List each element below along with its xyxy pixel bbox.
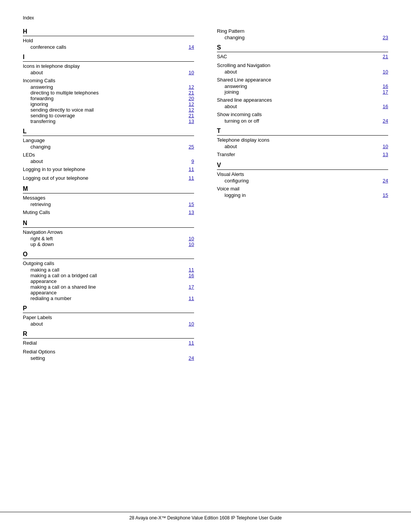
- entry-label: transferring: [23, 118, 56, 124]
- page-number[interactable]: 11: [186, 340, 194, 346]
- entry-row: about16: [217, 104, 388, 109]
- entry-row: directing to multiple telephones21: [23, 90, 194, 96]
- entry-row: making a call11: [23, 267, 194, 273]
- page-number[interactable]: 25: [186, 144, 194, 150]
- dots: [246, 39, 379, 39]
- entry-group: Paper Labelsabout10: [23, 315, 194, 327]
- dots: [238, 108, 379, 108]
- section-s: SSAC21Scrolling and Navigationabout10Sha…: [217, 44, 388, 124]
- entry-row: transferring13: [23, 118, 194, 124]
- page-number[interactable]: 13: [186, 209, 194, 215]
- entry-group: Redial11: [23, 340, 194, 347]
- entry-group: Outgoing callsmaking a call11making a ca…: [23, 260, 194, 301]
- entry-row: logging in15: [217, 192, 388, 198]
- entry-group-title: Ring Pattern: [217, 28, 388, 34]
- entry-label: changing: [217, 35, 245, 40]
- page-number[interactable]: 16: [186, 273, 194, 278]
- section-header: M: [23, 185, 194, 193]
- dots: [54, 88, 185, 89]
- entry-label: making a call: [23, 267, 59, 273]
- footer: 28 Avaya one-X™ Deskphone Value Edition …: [0, 512, 411, 521]
- page-number[interactable]: 12: [186, 107, 194, 113]
- dots: [76, 117, 185, 117]
- dots: [52, 148, 185, 149]
- section-header: O: [23, 251, 194, 259]
- page-number[interactable]: 11: [186, 175, 194, 181]
- direct-entry-row: Transfer13: [217, 152, 388, 158]
- entry-group: Languagechanging25: [23, 137, 194, 150]
- entry-group-title: Visual Alerts: [217, 171, 388, 177]
- page-number[interactable]: 20: [186, 96, 194, 101]
- dots: [100, 94, 185, 94]
- page-number[interactable]: 23: [381, 35, 388, 40]
- dots: [49, 105, 185, 106]
- page-number[interactable]: 10: [186, 241, 194, 247]
- page-number[interactable]: 14: [186, 44, 194, 50]
- page-number[interactable]: 21: [381, 54, 388, 59]
- section-n: NNavigation Arrowsright & left10up & dow…: [23, 220, 194, 247]
- page-number[interactable]: 16: [381, 104, 388, 109]
- section-header: I: [23, 54, 194, 62]
- entry-label: answering: [217, 83, 247, 89]
- dots: [238, 148, 379, 148]
- page-number[interactable]: 21: [186, 90, 194, 96]
- dots: [44, 74, 185, 74]
- dots: [108, 288, 185, 289]
- entry-group: Show incoming callsturning on or off24: [217, 112, 388, 124]
- dots: [44, 163, 185, 163]
- dots: [247, 197, 379, 197]
- page-number[interactable]: 24: [381, 118, 388, 124]
- dots: [89, 179, 185, 180]
- page-number[interactable]: 9: [186, 158, 194, 164]
- entry-label: joining: [217, 89, 239, 95]
- entry-group: SAC21: [217, 54, 388, 60]
- entry-label: ignoring: [23, 101, 48, 107]
- section-l: LLanguagechanging25LEDsabout9Logging in …: [23, 128, 194, 182]
- page-number[interactable]: 11: [186, 296, 194, 301]
- entry-group: LEDsabout9: [23, 152, 194, 164]
- page-number[interactable]: 11: [186, 267, 194, 273]
- entry-label: forwarding: [23, 96, 54, 101]
- page-number[interactable]: 13: [381, 152, 388, 157]
- entry-label: configuring: [217, 178, 249, 184]
- page-number[interactable]: 13: [186, 118, 194, 124]
- page-number[interactable]: 10: [186, 70, 194, 75]
- entry-label: up & down: [23, 241, 54, 247]
- entry-row: conference calls14: [23, 44, 194, 50]
- page-number[interactable]: 16: [381, 83, 388, 89]
- page-number[interactable]: 17: [186, 284, 194, 290]
- page-number[interactable]: 10: [381, 144, 388, 149]
- page-number[interactable]: 12: [186, 101, 194, 107]
- section-i: IIcons in telephone displayabout10Incomi…: [23, 54, 194, 124]
- page-number[interactable]: 24: [381, 178, 388, 184]
- page-number[interactable]: 24: [186, 355, 194, 361]
- dots: [236, 156, 379, 156]
- page-number[interactable]: 17: [381, 89, 388, 95]
- page-number[interactable]: 15: [381, 192, 388, 198]
- page-number[interactable]: 10: [186, 236, 194, 241]
- entry-row: turning on or off24: [217, 118, 388, 124]
- page-number[interactable]: 10: [186, 321, 194, 327]
- direct-entry-row: Redial11: [23, 340, 194, 347]
- page-number[interactable]: 10: [381, 69, 388, 75]
- entry-label: sending directly to voice mail: [23, 107, 94, 113]
- entry-group-title: Scrolling and Navigation: [217, 62, 388, 68]
- entry-label: turning on or off: [217, 118, 259, 124]
- section-header: T: [217, 128, 388, 136]
- entry-row: sending directly to voice mail12: [23, 107, 194, 113]
- entry-group-title: Language: [23, 137, 194, 143]
- page-number[interactable]: 21: [186, 113, 194, 118]
- page-number[interactable]: 12: [186, 84, 194, 90]
- entry-group: Redial Optionssetting24: [23, 349, 194, 361]
- content-area: HHoldconference calls14IIcons in telepho…: [23, 28, 388, 365]
- entry-row: making a call on a bridged call appearan…: [23, 273, 194, 284]
- entry-label: retrieving: [23, 201, 51, 207]
- entry-row: sending to coverage21: [23, 113, 194, 118]
- section-v: VVisual Alertsconfiguring24Voice maillog…: [217, 162, 388, 198]
- page-number[interactable]: 15: [186, 201, 194, 207]
- dots: [250, 182, 379, 182]
- page-number[interactable]: 11: [186, 166, 194, 172]
- dots: [260, 122, 379, 123]
- entry-label: about: [23, 158, 43, 164]
- entry-group-title: Messages: [23, 195, 194, 201]
